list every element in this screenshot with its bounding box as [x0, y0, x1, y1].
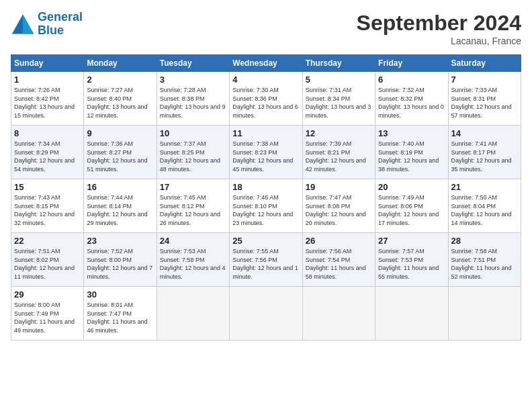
cell-info: Sunrise: 7:31 AMSunset: 8:34 PMDaylight:…: [306, 87, 371, 119]
svg-marker-1: [23, 14, 34, 34]
title-block: September 2024 Lacanau, France: [357, 11, 521, 46]
day-number: 22: [14, 236, 81, 246]
table-row: 2 Sunrise: 7:27 AMSunset: 8:40 PMDayligh…: [84, 72, 157, 126]
table-row: [157, 287, 229, 340]
cell-info: Sunrise: 7:43 AMSunset: 8:15 PMDaylight:…: [14, 194, 75, 226]
day-number: 27: [378, 236, 445, 246]
day-number: 23: [87, 236, 153, 246]
day-number: 28: [451, 236, 518, 246]
cell-info: Sunrise: 7:30 AMSunset: 8:36 PMDaylight:…: [232, 87, 298, 119]
day-number: 29: [14, 289, 81, 300]
cell-info: Sunrise: 7:34 AMSunset: 8:29 PMDaylight:…: [14, 140, 75, 173]
day-number: 13: [378, 128, 445, 138]
table-row: 21 Sunrise: 7:50 AMSunset: 8:04 PMDaylig…: [448, 179, 521, 233]
day-number: 2: [87, 75, 153, 85]
table-row: 20 Sunrise: 7:49 AMSunset: 8:06 PMDaylig…: [375, 179, 448, 233]
page-header: General Blue September 2024 Lacanau, Fra…: [11, 11, 521, 46]
calendar-week-row: 1 Sunrise: 7:26 AMSunset: 8:42 PMDayligh…: [11, 72, 521, 126]
calendar-table: Sunday Monday Tuesday Wednesday Thursday…: [11, 54, 521, 340]
cell-info: Sunrise: 7:39 AMSunset: 8:21 PMDaylight:…: [306, 140, 366, 173]
cell-info: Sunrise: 7:52 AMSunset: 8:00 PMDaylight:…: [87, 248, 152, 280]
table-row: 11 Sunrise: 7:38 AMSunset: 8:23 PMDaylig…: [230, 126, 302, 179]
cell-info: Sunrise: 7:51 AMSunset: 8:02 PMDaylight:…: [14, 248, 75, 280]
cell-info: Sunrise: 7:45 AMSunset: 8:12 PMDaylight:…: [160, 194, 220, 226]
table-row: 23 Sunrise: 7:52 AMSunset: 8:00 PMDaylig…: [84, 233, 157, 287]
table-row: 12 Sunrise: 7:39 AMSunset: 8:21 PMDaylig…: [302, 126, 375, 179]
cell-info: Sunrise: 8:01 AMSunset: 7:47 PMDaylight:…: [87, 302, 147, 334]
table-row: 29 Sunrise: 8:00 AMSunset: 7:49 PMDaylig…: [11, 287, 84, 340]
calendar-header-row: Sunday Monday Tuesday Wednesday Thursday…: [11, 55, 521, 72]
cell-info: Sunrise: 7:55 AMSunset: 7:56 PMDaylight:…: [232, 248, 298, 280]
day-number: 16: [87, 182, 153, 192]
day-number: 9: [87, 128, 153, 138]
col-monday: Monday: [84, 55, 157, 72]
table-row: [302, 287, 375, 340]
table-row: [448, 287, 521, 340]
logo: General Blue: [11, 11, 83, 38]
cell-info: Sunrise: 7:49 AMSunset: 8:06 PMDaylight:…: [378, 194, 439, 226]
logo-text: General Blue: [38, 11, 83, 38]
day-number: 24: [160, 236, 226, 246]
day-number: 21: [451, 182, 518, 192]
calendar-week-row: 8 Sunrise: 7:34 AMSunset: 8:29 PMDayligh…: [11, 126, 521, 179]
cell-info: Sunrise: 7:41 AMSunset: 8:17 PMDaylight:…: [451, 140, 512, 173]
cell-info: Sunrise: 7:46 AMSunset: 8:10 PMDaylight:…: [232, 194, 293, 226]
table-row: 17 Sunrise: 7:45 AMSunset: 8:12 PMDaylig…: [157, 179, 229, 233]
table-row: 5 Sunrise: 7:31 AMSunset: 8:34 PMDayligh…: [302, 72, 375, 126]
table-row: 4 Sunrise: 7:30 AMSunset: 8:36 PMDayligh…: [230, 72, 302, 126]
table-row: 28 Sunrise: 7:58 AMSunset: 7:51 PMDaylig…: [448, 233, 521, 287]
col-wednesday: Wednesday: [230, 55, 302, 72]
table-row: 22 Sunrise: 7:51 AMSunset: 8:02 PMDaylig…: [11, 233, 84, 287]
cell-info: Sunrise: 7:33 AMSunset: 8:31 PMDaylight:…: [451, 87, 512, 119]
cell-info: Sunrise: 7:28 AMSunset: 8:38 PMDaylight:…: [160, 87, 226, 119]
cell-info: Sunrise: 7:37 AMSunset: 8:25 PMDaylight:…: [160, 140, 220, 173]
day-number: 30: [87, 289, 153, 300]
day-number: 15: [14, 182, 81, 192]
table-row: 8 Sunrise: 7:34 AMSunset: 8:29 PMDayligh…: [11, 126, 84, 179]
table-row: 7 Sunrise: 7:33 AMSunset: 8:31 PMDayligh…: [448, 72, 521, 126]
table-row: 14 Sunrise: 7:41 AMSunset: 8:17 PMDaylig…: [448, 126, 521, 179]
col-friday: Friday: [375, 55, 448, 72]
cell-info: Sunrise: 7:40 AMSunset: 8:19 PMDaylight:…: [378, 140, 439, 173]
table-row: 13 Sunrise: 7:40 AMSunset: 8:19 PMDaylig…: [375, 126, 448, 179]
table-row: 24 Sunrise: 7:53 AMSunset: 7:58 PMDaylig…: [157, 233, 229, 287]
table-row: 6 Sunrise: 7:32 AMSunset: 8:32 PMDayligh…: [375, 72, 448, 126]
day-number: 19: [306, 182, 372, 192]
day-number: 26: [306, 236, 372, 246]
cell-info: Sunrise: 7:32 AMSunset: 8:32 PMDaylight:…: [378, 87, 444, 119]
table-row: 27 Sunrise: 7:57 AMSunset: 7:53 PMDaylig…: [375, 233, 448, 287]
cell-info: Sunrise: 8:00 AMSunset: 7:49 PMDaylight:…: [14, 302, 75, 334]
day-number: 14: [451, 128, 518, 138]
day-number: 20: [378, 182, 445, 192]
table-row: 9 Sunrise: 7:36 AMSunset: 8:27 PMDayligh…: [84, 126, 157, 179]
day-number: 25: [232, 236, 299, 246]
table-row: 25 Sunrise: 7:55 AMSunset: 7:56 PMDaylig…: [230, 233, 302, 287]
day-number: 12: [306, 128, 372, 138]
cell-info: Sunrise: 7:38 AMSunset: 8:23 PMDaylight:…: [232, 140, 293, 173]
col-saturday: Saturday: [448, 55, 521, 72]
cell-info: Sunrise: 7:36 AMSunset: 8:27 PMDaylight:…: [87, 140, 147, 173]
col-thursday: Thursday: [302, 55, 375, 72]
day-number: 1: [14, 75, 81, 85]
cell-info: Sunrise: 7:53 AMSunset: 7:58 PMDaylight:…: [160, 248, 226, 280]
calendar-week-row: 29 Sunrise: 8:00 AMSunset: 7:49 PMDaylig…: [11, 287, 521, 340]
day-number: 10: [160, 128, 226, 138]
table-row: 1 Sunrise: 7:26 AMSunset: 8:42 PMDayligh…: [11, 72, 84, 126]
table-row: 26 Sunrise: 7:56 AMSunset: 7:54 PMDaylig…: [302, 233, 375, 287]
table-row: [375, 287, 448, 340]
table-row: 19 Sunrise: 7:47 AMSunset: 8:08 PMDaylig…: [302, 179, 375, 233]
day-number: 5: [306, 75, 372, 85]
cell-info: Sunrise: 7:56 AMSunset: 7:54 PMDaylight:…: [306, 248, 366, 280]
day-number: 3: [160, 75, 226, 85]
table-row: 10 Sunrise: 7:37 AMSunset: 8:25 PMDaylig…: [157, 126, 229, 179]
logo-icon: [11, 12, 35, 36]
cell-info: Sunrise: 7:57 AMSunset: 7:53 PMDaylight:…: [378, 248, 439, 280]
cell-info: Sunrise: 7:27 AMSunset: 8:40 PMDaylight:…: [87, 87, 147, 119]
day-number: 4: [232, 75, 299, 85]
day-number: 6: [378, 75, 445, 85]
col-sunday: Sunday: [11, 55, 84, 72]
cell-info: Sunrise: 7:44 AMSunset: 8:14 PMDaylight:…: [87, 194, 147, 226]
calendar-week-row: 15 Sunrise: 7:43 AMSunset: 8:15 PMDaylig…: [11, 179, 521, 233]
table-row: 16 Sunrise: 7:44 AMSunset: 8:14 PMDaylig…: [84, 179, 157, 233]
table-row: 15 Sunrise: 7:43 AMSunset: 8:15 PMDaylig…: [11, 179, 84, 233]
